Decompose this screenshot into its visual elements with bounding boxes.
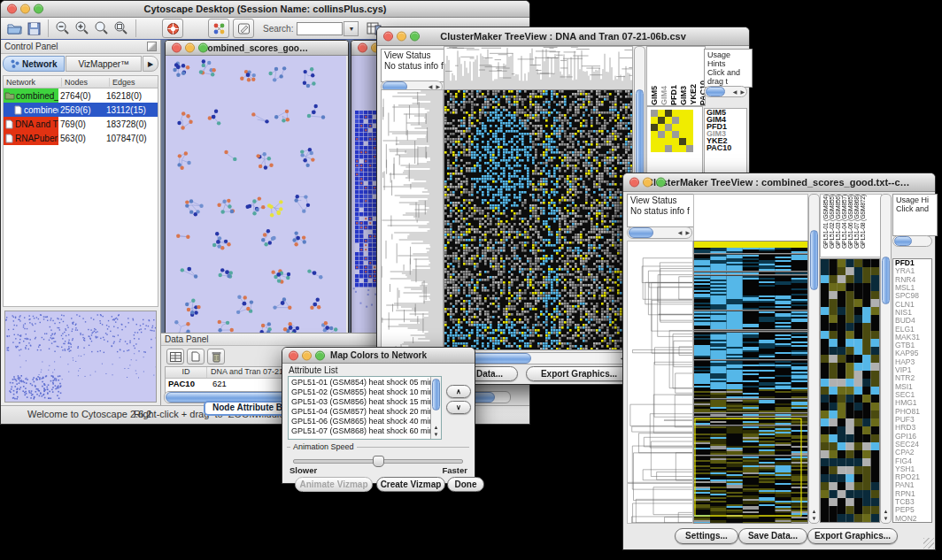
matrix-cell[interactable] [665, 138, 672, 145]
matrix-cell[interactable] [651, 110, 658, 117]
zoom-selected-icon[interactable] [92, 19, 112, 37]
matrix-cell[interactable] [672, 138, 679, 145]
id-column-header[interactable]: ID [166, 367, 207, 378]
birds-eye-view[interactable] [4, 311, 157, 403]
minimize-icon[interactable] [185, 43, 195, 53]
save-session-icon[interactable] [24, 19, 43, 37]
tv2-zoom-heatmap[interactable] [820, 258, 880, 523]
delete-attribute-icon[interactable] [207, 349, 225, 364]
animation-slider[interactable] [293, 456, 463, 464]
matrix-cell[interactable] [658, 110, 665, 117]
tv2-zoom-vscrollbar[interactable]: ▲▼ [880, 194, 892, 524]
matrix-cell[interactable] [658, 138, 665, 145]
settings-button[interactable]: Settings... [675, 528, 738, 544]
slider-thumb[interactable] [373, 456, 384, 467]
zoom-window-icon[interactable] [315, 350, 325, 360]
new-attribute-icon[interactable] [187, 349, 205, 364]
vizmapper-nodes-icon[interactable] [208, 19, 229, 38]
search-dropdown-button[interactable]: ▼ [344, 21, 359, 36]
close-icon[interactable] [289, 350, 298, 360]
matrix-cell[interactable] [679, 131, 686, 138]
matrix-cell[interactable] [658, 131, 665, 138]
minimize-icon[interactable] [302, 350, 312, 360]
tv1-column-dendrogram[interactable] [444, 46, 633, 90]
matrix-cell[interactable] [672, 110, 679, 117]
matrix-cell[interactable] [686, 117, 693, 124]
matrix-cell[interactable] [672, 131, 679, 138]
tv2-hints-hscrollbar[interactable] [892, 235, 932, 247]
network-row-rnapuber[interactable]: RNAPuberNov2+ 563(0) 107847(0) [4, 131, 158, 145]
move-up-button[interactable]: ∧ [446, 385, 471, 398]
network-row-combined-scores[interactable]: combined_scores_ 2764(0) 16218(0) [4, 88, 158, 103]
zoom-window-icon[interactable] [410, 32, 420, 42]
save-data-button[interactable]: Save Data... [738, 528, 807, 544]
minimize-icon[interactable] [643, 178, 652, 188]
matrix-cell[interactable] [679, 138, 686, 145]
close-icon[interactable] [7, 4, 17, 14]
network-row-dna-tran[interactable]: DNA and Tran 07 769(0) 183728(0) [4, 117, 158, 131]
zoom-window-icon[interactable] [656, 178, 666, 188]
minimize-icon[interactable] [20, 4, 30, 14]
tab-vizmapper[interactable]: VizMapper™ [66, 56, 142, 72]
tv1-detail-hscrollbar[interactable]: ◀▶ [704, 86, 747, 97]
matrix-cell[interactable] [651, 145, 658, 152]
tv1-row-dendrogram[interactable] [381, 89, 444, 350]
matrix-cell[interactable] [665, 131, 672, 138]
attribute-list-vscrollbar[interactable]: ▲▼ [430, 377, 441, 439]
matrix-cell[interactable] [651, 117, 658, 124]
zoom-window-icon[interactable] [198, 43, 208, 53]
matrix-cell[interactable] [686, 138, 693, 145]
matrix-cell[interactable] [658, 145, 665, 152]
tab-overflow-button[interactable]: ▶ [143, 56, 158, 72]
select-attributes-icon[interactable] [166, 349, 184, 364]
attribute-list-item[interactable]: GPL51-01 (GSM854) heat shock 05 min [289, 378, 430, 387]
matrix-cell[interactable] [686, 110, 693, 117]
help-lifebuoy-icon[interactable] [162, 19, 183, 38]
done-button[interactable]: Done [447, 477, 484, 492]
close-icon[interactable] [383, 32, 393, 42]
attribute-list-item[interactable]: GPL51-04 (GSM857) heat shock 20 min [289, 407, 430, 417]
attribute-list-item[interactable]: GPL51-03 (GSM856) heat shock 15 min [289, 397, 430, 407]
matrix-cell[interactable] [665, 117, 672, 124]
matrix-cell[interactable] [679, 117, 686, 124]
export-graphics-button[interactable]: Export Graphics... [807, 528, 898, 544]
animate-vizmap-button[interactable]: Animate Vizmap [295, 477, 373, 492]
close-icon[interactable] [358, 43, 367, 53]
main-title-bar[interactable]: Cytoscape Desktop (Session Name: collins… [1, 1, 529, 18]
zoom-window-icon[interactable] [34, 4, 43, 14]
attribute-list[interactable]: GPL51-01 (GSM854) heat shock 05 minGPL51… [288, 376, 442, 440]
network-row-combined-sco-selected[interactable]: combined_sco 2569(6) 13112(15) [4, 103, 158, 117]
tv2-gene-list[interactable]: PFD1YRA1RNR4MSL1SPC98CLN1NIS1BUD4ELG1MAK… [892, 258, 932, 523]
tv2-heatmap[interactable] [693, 241, 808, 524]
matrix-cell[interactable] [672, 124, 679, 131]
tv1-heatmap[interactable] [444, 89, 633, 350]
minimize-icon[interactable] [397, 32, 406, 42]
matrix-cell[interactable] [679, 145, 686, 152]
matrix-cell[interactable] [651, 138, 658, 145]
matrix-cell[interactable] [665, 145, 672, 152]
zoom-in-icon[interactable] [73, 19, 92, 37]
open-file-icon[interactable] [4, 19, 24, 37]
network-table-header[interactable]: Network Nodes Edges [4, 76, 158, 88]
matrix-cell[interactable] [658, 117, 665, 124]
window-controls[interactable] [7, 4, 43, 14]
matrix-cell[interactable] [651, 124, 658, 131]
zoom-out-icon[interactable] [53, 19, 73, 37]
resize-grip[interactable] [923, 538, 934, 548]
matrix-cell[interactable] [672, 117, 679, 124]
move-down-button[interactable]: ∨ [446, 401, 471, 414]
float-panel-icon[interactable] [147, 42, 157, 51]
matrix-cell[interactable] [651, 131, 658, 138]
matrix-cell[interactable] [686, 145, 693, 152]
search-input[interactable] [297, 22, 343, 35]
matrix-cell[interactable] [686, 124, 693, 131]
matrix-cell[interactable] [679, 110, 686, 117]
attribute-list-item[interactable]: GPL51-07 (GSM868) heat shock 60 min [289, 426, 430, 436]
matrix-cell[interactable] [658, 124, 665, 131]
matrix-cell[interactable] [665, 124, 672, 131]
tv2-status-hscrollbar[interactable]: ◀▶ [627, 226, 692, 239]
matrix-cell[interactable] [686, 131, 693, 138]
attribute-list-item[interactable]: GPL51-06 (GSM865) heat shock 40 min [289, 417, 430, 426]
tv2-heatmap-vscrollbar[interactable]: ▲▼ [808, 194, 820, 524]
close-icon[interactable] [172, 43, 181, 53]
